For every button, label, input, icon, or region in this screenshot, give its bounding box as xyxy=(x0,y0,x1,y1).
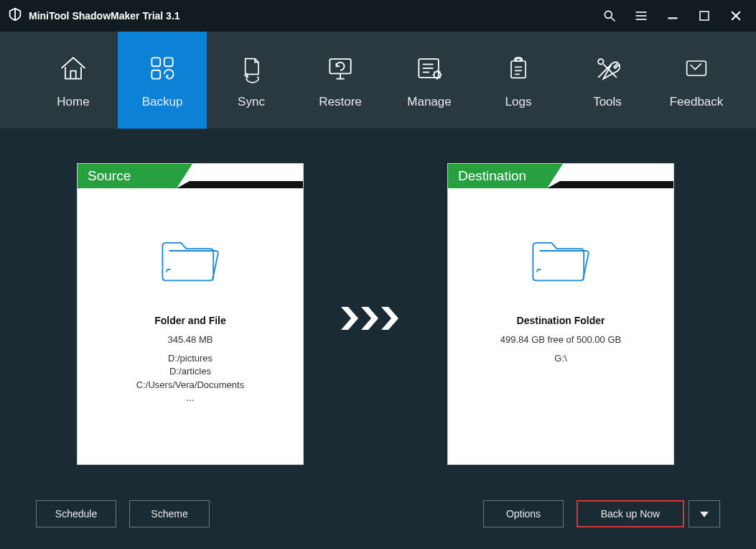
source-card[interactable]: Source Folder and File 345.48 MB D:/pict… xyxy=(77,163,304,465)
svg-rect-9 xyxy=(151,57,160,66)
svg-marker-30 xyxy=(700,512,709,517)
source-path: D:/pictures xyxy=(168,352,213,365)
feedback-icon xyxy=(681,52,712,85)
nav-label: Restore xyxy=(319,95,362,109)
nav-manage[interactable]: Manage xyxy=(385,32,474,129)
nav-label: Tools xyxy=(593,95,622,109)
manage-icon xyxy=(414,52,445,85)
nav-label: Sync xyxy=(238,95,265,109)
nav-label: Feedback xyxy=(670,95,724,109)
nav-feedback[interactable]: Feedback xyxy=(652,32,741,129)
nav-label: Manage xyxy=(407,95,451,109)
svg-rect-6 xyxy=(700,11,709,20)
nav-label: Logs xyxy=(505,95,532,109)
navbar: Home Backup Sync xyxy=(0,32,756,129)
source-path: C:/Users/Vera/Documents xyxy=(136,379,244,392)
source-title: Folder and File xyxy=(154,315,226,326)
nav-logs[interactable]: Logs xyxy=(474,32,563,129)
arrows-icon xyxy=(341,304,410,333)
source-size: 345.48 MB xyxy=(168,333,213,346)
folder-icon xyxy=(157,231,223,289)
home-icon xyxy=(57,52,89,85)
app-logo: MiniTool ShadowMaker Trial 3.1 xyxy=(7,6,180,25)
svg-marker-28 xyxy=(361,307,378,330)
scheme-button[interactable]: Scheme xyxy=(129,500,210,527)
destination-banner: Destination xyxy=(448,164,563,188)
source-banner: Source xyxy=(78,164,192,188)
app-logo-icon xyxy=(7,6,23,25)
destination-card[interactable]: Destination Destination Folder 499.84 GB… xyxy=(447,163,674,465)
source-path: D:/articles xyxy=(169,365,211,378)
svg-rect-20 xyxy=(511,61,526,78)
options-button[interactable]: Options xyxy=(483,500,564,527)
folder-icon xyxy=(528,231,594,289)
backup-button-group: Back up Now xyxy=(577,500,720,527)
app-title: MiniTool ShadowMaker Trial 3.1 xyxy=(29,10,180,22)
search-icon[interactable] xyxy=(601,7,618,24)
svg-marker-27 xyxy=(341,307,358,330)
svg-marker-29 xyxy=(381,307,398,330)
nav-tools[interactable]: Tools xyxy=(563,32,652,129)
svg-rect-12 xyxy=(330,59,350,73)
backup-now-button[interactable]: Back up Now xyxy=(577,500,684,527)
menu-icon[interactable] xyxy=(633,7,650,24)
schedule-button[interactable]: Schedule xyxy=(36,500,116,527)
nav-label: Backup xyxy=(142,95,183,109)
maximize-icon[interactable] xyxy=(696,7,713,24)
minimize-icon[interactable] xyxy=(664,7,681,24)
source-card-body: Folder and File 345.48 MB D:/pictures D:… xyxy=(78,188,303,405)
nav-home[interactable]: Home xyxy=(29,32,118,129)
tools-icon xyxy=(592,52,623,85)
destination-drive: G:\ xyxy=(554,352,566,365)
bottom-bar: Schedule Scheme Options Back up Now xyxy=(0,500,756,527)
titlebar: MiniTool ShadowMaker Trial 3.1 xyxy=(0,0,756,32)
nav-sync[interactable]: Sync xyxy=(207,32,296,129)
svg-point-0 xyxy=(605,11,612,18)
chevron-down-icon xyxy=(700,508,709,520)
restore-icon xyxy=(325,52,356,85)
backup-dropdown-button[interactable] xyxy=(689,500,720,527)
source-more: ... xyxy=(187,392,195,405)
svg-rect-11 xyxy=(151,70,160,78)
destination-card-body: Destination Folder 499.84 GB free of 500… xyxy=(448,188,673,365)
nav-label: Home xyxy=(57,95,89,109)
sync-icon xyxy=(237,52,266,85)
source-card-header: Source xyxy=(78,164,303,188)
destination-free: 499.84 GB free of 500.00 GB xyxy=(500,333,621,346)
destination-title: Destination Folder xyxy=(517,315,605,326)
backup-icon xyxy=(146,52,178,85)
nav-restore[interactable]: Restore xyxy=(296,32,385,129)
logs-icon xyxy=(504,52,533,85)
svg-point-25 xyxy=(598,59,603,64)
content-area: Source Folder and File 345.48 MB D:/pict… xyxy=(0,129,756,549)
destination-card-header: Destination xyxy=(448,164,673,188)
titlebar-actions xyxy=(601,7,749,24)
svg-line-1 xyxy=(612,18,615,22)
close-icon[interactable] xyxy=(727,7,745,24)
svg-rect-10 xyxy=(164,57,173,66)
nav-backup[interactable]: Backup xyxy=(118,32,207,129)
